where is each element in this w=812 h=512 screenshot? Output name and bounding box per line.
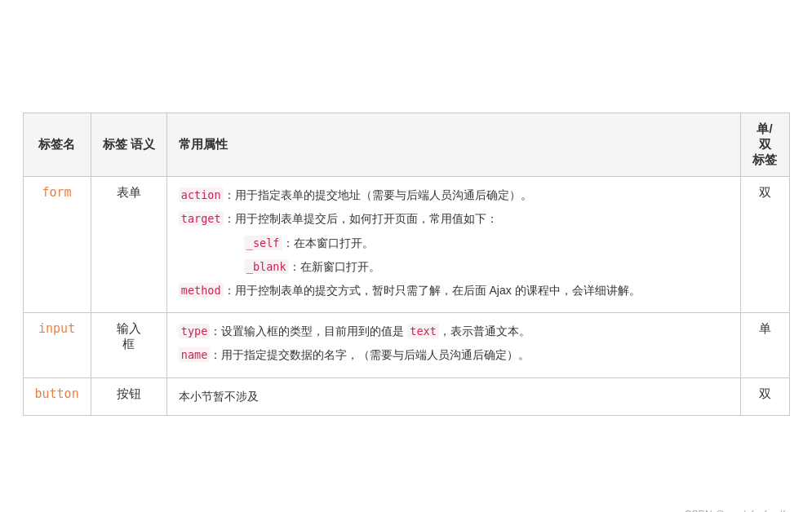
tag-input-name: input xyxy=(23,313,91,377)
watermark: CSDN @asadsfasfasdfas xyxy=(685,509,796,512)
tag-input-meaning: 输入 框 xyxy=(91,313,166,377)
tag-form-meaning: 表单 xyxy=(91,177,166,313)
tag-form-attrs: action：用于指定表单的提交地址（需要与后端人员沟通后确定）。 target… xyxy=(166,177,740,313)
tag-form-name: form xyxy=(23,177,91,313)
tag-button-name: button xyxy=(23,377,91,415)
table-row: input 输入 框 type：设置输入框的类型，目前用到的值是 text，表示… xyxy=(23,313,789,377)
header-tagname: 标签名 xyxy=(23,113,91,177)
header-meaning: 标签 语义 xyxy=(91,113,166,177)
header-attrs: 常用属性 xyxy=(166,113,740,177)
tag-form-type: 双 xyxy=(740,177,789,313)
tag-button-type: 双 xyxy=(740,377,789,415)
tag-button-attrs: 本小节暂不涉及 xyxy=(166,377,740,415)
tag-button-meaning: 按钮 xyxy=(91,377,166,415)
tag-input-attrs: type：设置输入框的类型，目前用到的值是 text，表示普通文本。 name：… xyxy=(166,313,740,377)
header-single-double: 单/双 标签 xyxy=(740,113,789,177)
table-row: form 表单 action：用于指定表单的提交地址（需要与后端人员沟通后确定）… xyxy=(23,177,789,313)
table-row: button 按钮 本小节暂不涉及 双 xyxy=(23,377,789,415)
tag-input-type: 单 xyxy=(740,313,789,377)
html-tags-table: 标签名 标签 语义 常用属性 单/双 标签 form 表单 action：用于指… xyxy=(23,113,790,416)
page-wrapper: 标签名 标签 语义 常用属性 单/双 标签 form 表单 action：用于指… xyxy=(0,16,812,512)
